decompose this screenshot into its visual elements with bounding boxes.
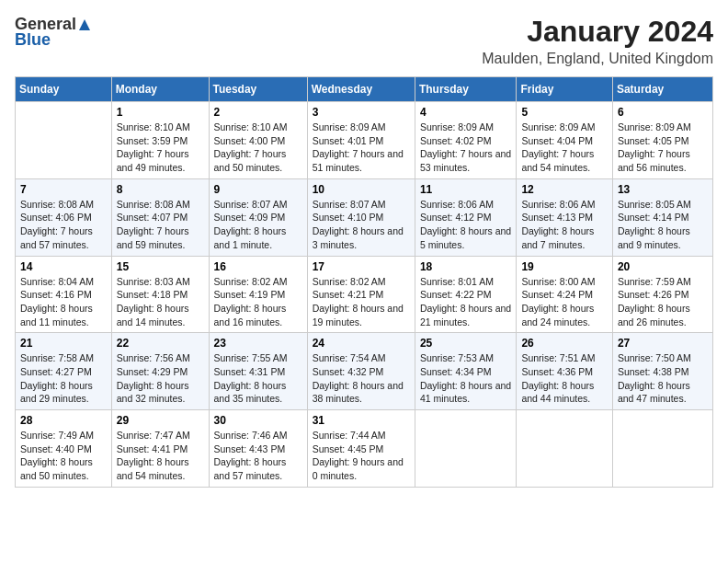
header-thursday: Thursday	[415, 77, 517, 102]
calendar-cell: 10Sunrise: 8:07 AMSunset: 4:10 PMDayligh…	[307, 178, 415, 256]
calendar-cell: 3Sunrise: 8:09 AMSunset: 4:01 PMDaylight…	[307, 102, 415, 179]
month-title: January 2024	[482, 15, 713, 49]
day-number: 22	[117, 337, 204, 350]
day-number: 14	[20, 260, 107, 273]
cell-info: Sunrise: 8:06 AMSunset: 4:13 PMDaylight:…	[521, 198, 607, 252]
calendar-cell: 22Sunrise: 7:56 AMSunset: 4:29 PMDayligh…	[111, 333, 209, 410]
calendar-cell: 5Sunrise: 8:09 AMSunset: 4:04 PMDaylight…	[517, 102, 612, 179]
day-number: 13	[618, 183, 708, 196]
calendar-cell: 26Sunrise: 7:51 AMSunset: 4:36 PMDayligh…	[517, 333, 612, 410]
day-number: 8	[117, 183, 204, 196]
calendar-cell: 16Sunrise: 8:02 AMSunset: 4:19 PMDayligh…	[209, 256, 307, 333]
cell-info: Sunrise: 7:59 AMSunset: 4:26 PMDaylight:…	[618, 275, 708, 329]
cell-info: Sunrise: 8:06 AMSunset: 4:12 PMDaylight:…	[420, 198, 512, 252]
cell-info: Sunrise: 8:02 AMSunset: 4:19 PMDaylight:…	[214, 275, 302, 329]
title-area: January 2024 Maulden, England, United Ki…	[482, 15, 713, 67]
calendar-cell: 30Sunrise: 7:46 AMSunset: 4:43 PMDayligh…	[209, 410, 307, 488]
calendar-cell: 17Sunrise: 8:02 AMSunset: 4:21 PMDayligh…	[307, 256, 415, 333]
day-number: 17	[313, 260, 410, 273]
cell-info: Sunrise: 8:03 AMSunset: 4:18 PMDaylight:…	[117, 275, 204, 329]
header-wednesday: Wednesday	[307, 77, 415, 102]
cell-info: Sunrise: 8:08 AMSunset: 4:06 PMDaylight:…	[20, 198, 107, 252]
cell-info: Sunrise: 8:05 AMSunset: 4:14 PMDaylight:…	[618, 198, 708, 252]
week-row-4: 28Sunrise: 7:49 AMSunset: 4:40 PMDayligh…	[16, 410, 713, 488]
calendar-cell: 15Sunrise: 8:03 AMSunset: 4:18 PMDayligh…	[111, 256, 209, 333]
day-number: 19	[521, 260, 607, 273]
day-number: 26	[521, 337, 607, 350]
calendar-cell	[517, 410, 612, 488]
logo-blue-text: Blue	[15, 30, 51, 50]
day-number: 5	[521, 106, 607, 119]
logo: General Blue	[15, 15, 92, 50]
calendar-cell: 31Sunrise: 7:44 AMSunset: 4:45 PMDayligh…	[307, 410, 415, 488]
calendar-cell: 29Sunrise: 7:47 AMSunset: 4:41 PMDayligh…	[111, 410, 209, 488]
calendar-cell: 9Sunrise: 8:07 AMSunset: 4:09 PMDaylight…	[209, 178, 307, 256]
calendar-cell: 1Sunrise: 8:10 AMSunset: 3:59 PMDaylight…	[111, 102, 209, 179]
day-number: 4	[420, 106, 512, 119]
cell-info: Sunrise: 8:07 AMSunset: 4:09 PMDaylight:…	[214, 198, 302, 252]
calendar-cell: 14Sunrise: 8:04 AMSunset: 4:16 PMDayligh…	[16, 256, 112, 333]
cell-info: Sunrise: 8:08 AMSunset: 4:07 PMDaylight:…	[117, 198, 204, 252]
cell-info: Sunrise: 8:10 AMSunset: 4:00 PMDaylight:…	[214, 121, 302, 175]
header-friday: Friday	[517, 77, 612, 102]
calendar-cell	[612, 410, 712, 488]
day-number: 21	[20, 337, 107, 350]
calendar-cell	[415, 410, 517, 488]
calendar-cell: 27Sunrise: 7:50 AMSunset: 4:38 PMDayligh…	[612, 333, 712, 410]
logo-icon	[77, 17, 92, 32]
cell-info: Sunrise: 8:10 AMSunset: 3:59 PMDaylight:…	[117, 121, 204, 175]
week-row-2: 14Sunrise: 8:04 AMSunset: 4:16 PMDayligh…	[16, 256, 713, 333]
calendar-cell: 13Sunrise: 8:05 AMSunset: 4:14 PMDayligh…	[612, 178, 712, 256]
cell-info: Sunrise: 8:02 AMSunset: 4:21 PMDaylight:…	[313, 275, 410, 329]
week-row-0: 1Sunrise: 8:10 AMSunset: 3:59 PMDaylight…	[16, 102, 713, 179]
calendar-cell: 21Sunrise: 7:58 AMSunset: 4:27 PMDayligh…	[16, 333, 112, 410]
day-number: 28	[20, 414, 107, 427]
calendar-cell: 4Sunrise: 8:09 AMSunset: 4:02 PMDaylight…	[415, 102, 517, 179]
cell-info: Sunrise: 8:07 AMSunset: 4:10 PMDaylight:…	[313, 198, 410, 252]
cell-info: Sunrise: 7:50 AMSunset: 4:38 PMDaylight:…	[618, 351, 708, 406]
header-tuesday: Tuesday	[209, 77, 307, 102]
cell-info: Sunrise: 7:44 AMSunset: 4:45 PMDaylight:…	[313, 429, 410, 483]
calendar-cell: 28Sunrise: 7:49 AMSunset: 4:40 PMDayligh…	[16, 410, 112, 488]
header-sunday: Sunday	[16, 77, 112, 102]
day-number: 20	[618, 260, 708, 273]
cell-info: Sunrise: 7:56 AMSunset: 4:29 PMDaylight:…	[117, 351, 204, 406]
day-number: 11	[420, 183, 512, 196]
day-number: 7	[20, 183, 107, 196]
calendar-cell: 18Sunrise: 8:01 AMSunset: 4:22 PMDayligh…	[415, 256, 517, 333]
day-number: 27	[618, 337, 708, 350]
week-row-3: 21Sunrise: 7:58 AMSunset: 4:27 PMDayligh…	[16, 333, 713, 410]
day-number: 1	[117, 106, 204, 119]
calendar-cell: 2Sunrise: 8:10 AMSunset: 4:00 PMDaylight…	[209, 102, 307, 179]
day-number: 2	[214, 106, 302, 119]
calendar-cell: 11Sunrise: 8:06 AMSunset: 4:12 PMDayligh…	[415, 178, 517, 256]
day-number: 31	[313, 414, 410, 427]
cell-info: Sunrise: 8:09 AMSunset: 4:04 PMDaylight:…	[521, 121, 607, 175]
cell-info: Sunrise: 7:49 AMSunset: 4:40 PMDaylight:…	[20, 429, 107, 483]
cell-info: Sunrise: 7:46 AMSunset: 4:43 PMDaylight:…	[214, 429, 302, 483]
cell-info: Sunrise: 7:53 AMSunset: 4:34 PMDaylight:…	[420, 351, 512, 406]
page-header: General Blue January 2024 Maulden, Engla…	[15, 15, 713, 67]
cell-info: Sunrise: 8:00 AMSunset: 4:24 PMDaylight:…	[521, 275, 607, 329]
calendar-cell: 6Sunrise: 8:09 AMSunset: 4:05 PMDaylight…	[612, 102, 712, 179]
day-number: 25	[420, 337, 512, 350]
calendar-table: SundayMondayTuesdayWednesdayThursdayFrid…	[15, 76, 713, 488]
location-title: Maulden, England, United Kingdom	[482, 51, 713, 67]
day-number: 9	[214, 183, 302, 196]
day-number: 23	[214, 337, 302, 350]
calendar-header-row: SundayMondayTuesdayWednesdayThursdayFrid…	[16, 77, 713, 102]
header-saturday: Saturday	[612, 77, 712, 102]
day-number: 3	[313, 106, 410, 119]
calendar-cell	[16, 102, 112, 179]
week-row-1: 7Sunrise: 8:08 AMSunset: 4:06 PMDaylight…	[16, 178, 713, 256]
svg-marker-0	[79, 19, 90, 30]
day-number: 12	[521, 183, 607, 196]
calendar-cell: 7Sunrise: 8:08 AMSunset: 4:06 PMDaylight…	[16, 178, 112, 256]
cell-info: Sunrise: 8:04 AMSunset: 4:16 PMDaylight:…	[20, 275, 107, 329]
cell-info: Sunrise: 8:09 AMSunset: 4:05 PMDaylight:…	[618, 121, 708, 175]
calendar-cell: 24Sunrise: 7:54 AMSunset: 4:32 PMDayligh…	[307, 333, 415, 410]
day-number: 16	[214, 260, 302, 273]
day-number: 15	[117, 260, 204, 273]
day-number: 24	[313, 337, 410, 350]
calendar-cell: 12Sunrise: 8:06 AMSunset: 4:13 PMDayligh…	[517, 178, 612, 256]
